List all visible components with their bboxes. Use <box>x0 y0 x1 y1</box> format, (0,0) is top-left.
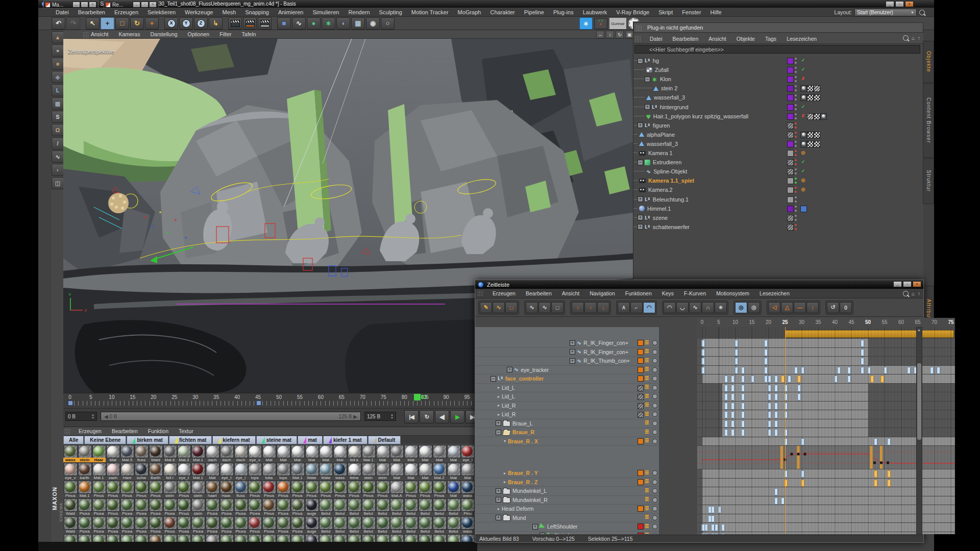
menu-snapping[interactable]: Snapping <box>240 9 274 15</box>
add-cube-object[interactable]: ■ <box>277 17 291 30</box>
material-cell[interactable] <box>191 534 205 542</box>
visibility-dot-bottom[interactable] <box>795 191 797 193</box>
material-tab-alle[interactable]: Alle <box>63 436 84 444</box>
phong-tag-icon[interactable] <box>800 141 807 147</box>
checker-tag-icon[interactable] <box>814 94 820 101</box>
timeline-menu-ansicht[interactable]: Ansicht <box>557 290 584 296</box>
check-tag-icon[interactable]: ✓ <box>800 67 806 72</box>
material-cell[interactable]: Picea <box>149 498 163 516</box>
keyframe[interactable] <box>721 533 725 535</box>
object-search-field[interactable]: <<Hier Suchbegriff eingeben>> <box>634 45 920 54</box>
material-cell[interactable]: Mat.5 <box>120 444 134 462</box>
material-cell[interactable]: Pinus <box>418 480 432 498</box>
keyframe[interactable] <box>774 403 778 410</box>
material-cell[interactable] <box>333 534 347 542</box>
object-row-schattenwerfer[interactable]: +Lºschattenwerfer <box>633 222 923 232</box>
track-color-chip[interactable] <box>638 470 644 476</box>
solo-circle-icon[interactable] <box>652 367 657 372</box>
track-list-icon[interactable] <box>645 515 649 520</box>
material-cell[interactable]: Betul <box>389 498 404 516</box>
check-tag-icon[interactable]: ✓ <box>800 104 806 110</box>
material-cell[interactable]: Betul <box>318 498 333 516</box>
material-cell[interactable]: Mat <box>404 462 418 480</box>
layer-color-chip[interactable] <box>787 206 794 212</box>
material-cell[interactable]: Picea <box>163 498 177 516</box>
material-cell[interactable]: Mat.1 <box>191 444 205 462</box>
panel-grip-icon[interactable] <box>635 36 641 42</box>
track-row-lid-r[interactable]: ▸Lid_R <box>475 410 659 419</box>
track-row-lid-r[interactable]: ▸Lid_R <box>475 402 659 411</box>
viewport-menu-darstellung[interactable]: Darstellung <box>145 31 182 37</box>
keyframe-mode[interactable]: ∿ <box>526 302 538 313</box>
tool-workplane[interactable]: ▦ <box>52 97 64 110</box>
phong-tag-icon[interactable] <box>820 113 827 120</box>
material-cell[interactable]: Mat <box>404 444 418 462</box>
render-settings-button[interactable] <box>258 17 272 30</box>
ease-soft[interactable]: ∩ <box>702 302 714 313</box>
material-cell[interactable]: Pinus <box>120 480 134 498</box>
timeline-menu-f-kurven[interactable]: F-Kurven <box>679 290 711 296</box>
visibility-dots[interactable] <box>795 196 797 203</box>
menu-fenster[interactable]: Fenster <box>677 9 705 15</box>
tool-snap[interactable]: S <box>52 111 64 123</box>
material-cell[interactable]: dach <box>205 444 219 462</box>
target-tag-icon[interactable]: ◎ <box>800 150 806 156</box>
solo-circle-icon[interactable] <box>652 403 657 408</box>
visibility-dot-top[interactable] <box>795 141 797 143</box>
visibility-dot-bottom[interactable] <box>795 62 797 64</box>
visibility-dots[interactable] <box>795 141 797 147</box>
check-tag-icon[interactable]: ✓ <box>800 58 806 63</box>
interpolation-spline[interactable]: ◠ <box>643 302 655 313</box>
keyframe-selected[interactable] <box>781 375 785 383</box>
ease-out[interactable]: ◡ <box>676 302 689 313</box>
track-list-icon[interactable] <box>645 385 649 390</box>
search-icon[interactable] <box>903 35 909 41</box>
maximize-icon[interactable]: ▫ <box>895 1 904 7</box>
material-cell[interactable]: feine <box>347 462 361 480</box>
tool-sphere[interactable]: ● <box>52 44 64 57</box>
maximize-icon[interactable]: ▫ <box>141 2 149 8</box>
close-icon[interactable]: × <box>913 281 921 287</box>
object-row-szene[interactable]: +Lºszene <box>633 213 923 222</box>
material-cell[interactable]: Mat <box>389 462 404 480</box>
material-cell[interactable]: Picea <box>134 498 149 516</box>
interpolation-linear[interactable]: ∧ <box>618 302 630 313</box>
keyframe[interactable] <box>721 524 725 531</box>
material-cell[interactable]: Pinus <box>318 480 333 498</box>
track-row-mundwinkel-r[interactable]: +Mundwinkel_R <box>475 496 659 505</box>
object-row-hair-1-polygon-kurz-spitzig-wasserfall[interactable]: ψHair.1_polygon kurz spitzig_wasserfall✗ <box>633 112 923 121</box>
keyframe[interactable] <box>774 420 778 428</box>
keyframe[interactable] <box>704 524 708 531</box>
visibility-dot-bottom[interactable] <box>795 154 797 156</box>
material-cell[interactable]: Mat <box>447 444 461 462</box>
material-tab-keine-ebene[interactable]: Keine Ebene <box>84 436 126 444</box>
keyframe[interactable] <box>734 367 738 374</box>
keyframe[interactable] <box>741 385 745 392</box>
material-cell[interactable]: Picea <box>219 516 234 534</box>
material-cell[interactable] <box>219 534 234 542</box>
keyframe[interactable] <box>768 403 771 410</box>
visibility-dot-top[interactable] <box>795 187 797 189</box>
keyframe[interactable] <box>797 385 801 392</box>
menu-hilfe[interactable]: Hilfe <box>706 9 726 15</box>
tool-magnet[interactable]: Ω <box>52 124 64 136</box>
track-color-chip[interactable] <box>638 340 644 346</box>
material-cell[interactable]: Mat <box>333 444 347 462</box>
keyframe[interactable] <box>734 358 738 365</box>
material-cell[interactable]: Mat.1 <box>290 462 305 480</box>
track-color-chip[interactable] <box>638 438 644 444</box>
lock-time[interactable]: ◁ <box>768 302 780 313</box>
track-list-icon[interactable] <box>645 412 649 417</box>
material-cell[interactable]: Mat.3 <box>177 444 191 462</box>
object-row-kamera-2[interactable]: Kamera.2◎ <box>633 185 923 194</box>
track-row-r-ik-thumb-con[interactable]: +∿R_IK_Thumb_con+ <box>475 357 659 366</box>
material-cell[interactable]: eye_v <box>63 462 78 480</box>
tool-pen[interactable]: ∿ <box>52 151 64 163</box>
expand-toggle-icon[interactable]: + <box>507 367 512 372</box>
keyframe[interactable] <box>701 367 705 374</box>
track-row-braue-r[interactable]: −Braue_R <box>475 428 659 437</box>
material-cell[interactable]: Mat <box>276 444 290 462</box>
solo-circle-icon[interactable] <box>652 412 657 417</box>
visibility-dot-bottom[interactable] <box>795 98 797 101</box>
material-cell[interactable]: Pinus <box>177 498 191 516</box>
